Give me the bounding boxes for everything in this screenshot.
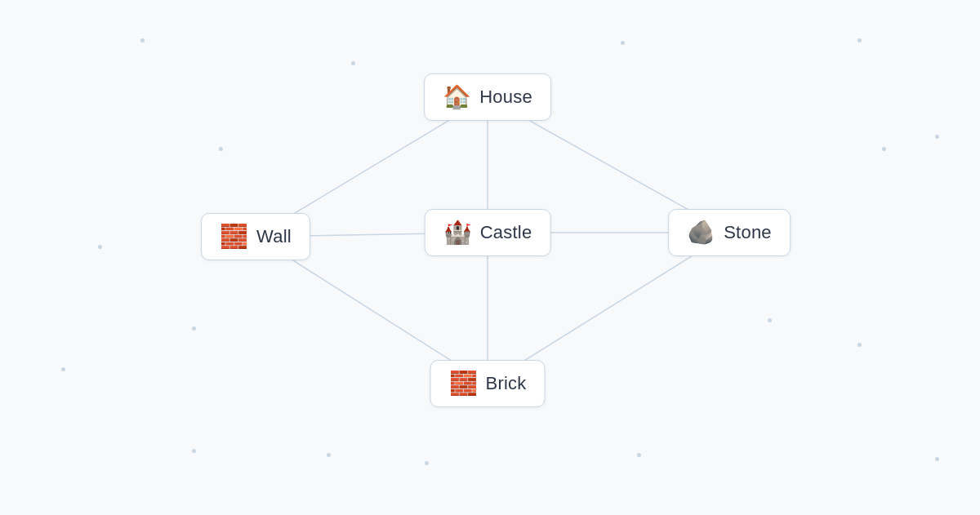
background-dot xyxy=(98,245,102,249)
background-dot xyxy=(637,453,641,457)
background-dot xyxy=(327,453,331,457)
background-dot xyxy=(882,147,886,151)
node-stone[interactable]: 🪨Stone xyxy=(668,209,791,256)
background-dot xyxy=(192,449,196,453)
background-dot xyxy=(935,457,939,461)
brick-icon: 🧱 xyxy=(449,372,478,395)
background-dot xyxy=(351,61,355,65)
node-house[interactable]: 🏠House xyxy=(424,73,551,121)
graph-container: 🏠House🧱Wall🏰Castle🪨Stone🧱Brick xyxy=(0,0,980,515)
background-dot xyxy=(219,147,223,151)
wall-label: Wall xyxy=(256,226,292,247)
house-label: House xyxy=(479,87,532,108)
house-icon: 🏠 xyxy=(443,86,471,109)
wall-icon: 🧱 xyxy=(220,225,248,248)
background-dot xyxy=(140,38,145,42)
background-dot xyxy=(61,367,65,371)
background-dot xyxy=(621,41,625,45)
stone-icon: 🪨 xyxy=(687,221,715,244)
background-dot xyxy=(768,318,772,322)
castle-label: Castle xyxy=(480,222,532,243)
node-brick[interactable]: 🧱Brick xyxy=(430,360,546,407)
node-wall[interactable]: 🧱Wall xyxy=(201,213,310,260)
background-dot xyxy=(858,38,862,42)
background-dot xyxy=(192,326,196,331)
brick-label: Brick xyxy=(486,373,527,394)
background-dot xyxy=(425,461,429,465)
background-dot xyxy=(858,343,862,347)
stone-label: Stone xyxy=(724,222,772,243)
background-dot xyxy=(935,135,939,139)
castle-icon: 🏰 xyxy=(443,221,472,244)
node-castle[interactable]: 🏰Castle xyxy=(425,209,551,256)
